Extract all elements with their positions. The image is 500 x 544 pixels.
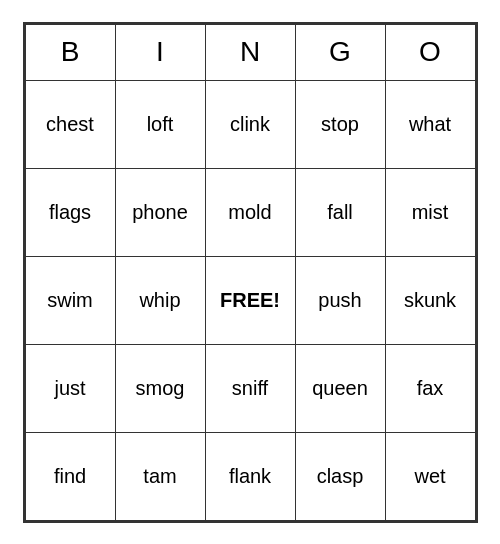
cell-2-1: whip — [115, 256, 205, 344]
header-row: BINGO — [25, 24, 475, 80]
cell-3-4: fax — [385, 344, 475, 432]
cell-3-1: smog — [115, 344, 205, 432]
cell-0-0: chest — [25, 80, 115, 168]
row-0: chestloftclinkstopwhat — [25, 80, 475, 168]
cell-2-0: swim — [25, 256, 115, 344]
cell-0-4: what — [385, 80, 475, 168]
row-3: justsmogsniffqueenfax — [25, 344, 475, 432]
cell-2-4: skunk — [385, 256, 475, 344]
cell-3-3: queen — [295, 344, 385, 432]
cell-2-2: FREE! — [205, 256, 295, 344]
cell-0-2: clink — [205, 80, 295, 168]
cell-4-4: wet — [385, 432, 475, 520]
bingo-card: BINGO chestloftclinkstopwhatflagsphonemo… — [23, 22, 478, 523]
cell-4-0: find — [25, 432, 115, 520]
header-cell-n: N — [205, 24, 295, 80]
cell-1-4: mist — [385, 168, 475, 256]
cell-0-1: loft — [115, 80, 205, 168]
cell-1-1: phone — [115, 168, 205, 256]
cell-4-2: flank — [205, 432, 295, 520]
cell-2-3: push — [295, 256, 385, 344]
header-cell-g: G — [295, 24, 385, 80]
bingo-table: BINGO chestloftclinkstopwhatflagsphonemo… — [25, 24, 476, 521]
row-1: flagsphonemoldfallmist — [25, 168, 475, 256]
cell-0-3: stop — [295, 80, 385, 168]
header-cell-o: O — [385, 24, 475, 80]
cell-4-3: clasp — [295, 432, 385, 520]
row-2: swimwhipFREE!pushskunk — [25, 256, 475, 344]
row-4: findtamflankclaspwet — [25, 432, 475, 520]
cell-4-1: tam — [115, 432, 205, 520]
cell-1-0: flags — [25, 168, 115, 256]
header-cell-i: I — [115, 24, 205, 80]
cell-3-0: just — [25, 344, 115, 432]
cell-1-3: fall — [295, 168, 385, 256]
header-cell-b: B — [25, 24, 115, 80]
cell-3-2: sniff — [205, 344, 295, 432]
cell-1-2: mold — [205, 168, 295, 256]
